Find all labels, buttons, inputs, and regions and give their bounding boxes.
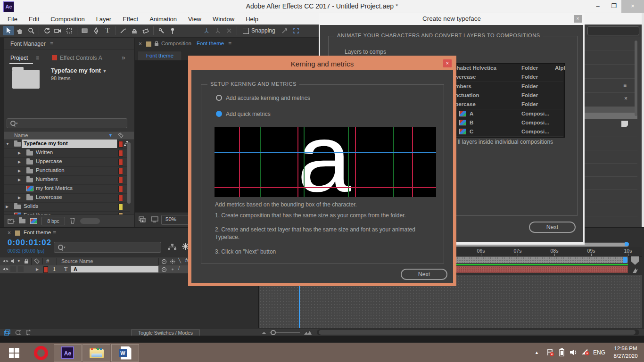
label-color-chip[interactable] bbox=[118, 204, 123, 210]
tab-project[interactable]: Project bbox=[10, 55, 28, 61]
snap-angle-icon[interactable] bbox=[279, 26, 290, 35]
video-column-eye-icon[interactable] bbox=[2, 259, 9, 263]
timeline-zoom-slider-knob[interactable] bbox=[271, 330, 276, 335]
column-number[interactable]: # bbox=[46, 258, 49, 264]
eraser-tool-icon[interactable] bbox=[140, 26, 151, 35]
solo-column-icon[interactable]: ● bbox=[17, 258, 20, 263]
rotate-tool-icon[interactable] bbox=[41, 26, 52, 35]
start-button[interactable] bbox=[0, 343, 28, 362]
expand-inout-icon[interactable] bbox=[15, 329, 22, 336]
interpret-footage-icon[interactable] bbox=[8, 218, 15, 224]
menu-animation[interactable]: Animation bbox=[149, 16, 177, 23]
always-preview-icon[interactable] bbox=[139, 216, 146, 222]
create-typeface-titlebar[interactable]: Create new typeface × bbox=[319, 13, 585, 25]
timeline-tab-name[interactable]: Font theme bbox=[24, 230, 51, 235]
caret-down-icon[interactable]: ▼ bbox=[6, 142, 9, 146]
layer-expand-caret-icon[interactable]: ▶ bbox=[36, 267, 39, 272]
label-color-chip[interactable] bbox=[118, 159, 123, 165]
note-icon[interactable] bbox=[621, 121, 628, 127]
caret-right-icon[interactable]: ▶ bbox=[18, 169, 21, 173]
radio-accurate-kerning-label[interactable]: Add accurate kerning and metrics bbox=[226, 95, 310, 101]
menu-file[interactable]: File bbox=[8, 16, 17, 23]
timeline-tab-menu-icon[interactable]: ≡ bbox=[53, 230, 56, 236]
radio-quick-metrics[interactable] bbox=[216, 111, 222, 117]
menu-layer[interactable]: Layer bbox=[96, 16, 112, 23]
snapping-checkbox[interactable] bbox=[243, 28, 249, 34]
timeline-tab-close-icon[interactable]: × bbox=[8, 230, 11, 236]
project-row-font-theme[interactable]: Font theme bbox=[4, 211, 130, 214]
timeline-hscroll-thumb[interactable] bbox=[319, 330, 636, 335]
kerning-dialog-close-button[interactable]: × bbox=[443, 59, 452, 67]
roto-brush-tool-icon[interactable] bbox=[156, 26, 167, 35]
composition-tab-name[interactable]: Font theme bbox=[197, 41, 224, 46]
clone-stamp-tool-icon[interactable] bbox=[129, 26, 140, 35]
project-scrollbar[interactable] bbox=[127, 142, 131, 204]
quality-column-icon[interactable]: ╲ bbox=[178, 258, 181, 263]
kerning-next-button[interactable]: Next bbox=[401, 269, 447, 280]
action-center-icon[interactable]: × bbox=[547, 348, 553, 356]
current-timecode[interactable]: 0:00:01:02 bbox=[8, 238, 51, 247]
menu-composition[interactable]: Composition bbox=[50, 16, 84, 23]
caret-right-icon[interactable]: ▶ bbox=[18, 196, 21, 200]
maximize-button[interactable]: ❐ bbox=[606, 0, 621, 13]
clock-time[interactable]: 12:56 PM bbox=[610, 346, 641, 351]
battery-icon[interactable] bbox=[559, 348, 564, 356]
project-search-input[interactable]: ▾ bbox=[7, 118, 127, 128]
volume-icon[interactable] bbox=[570, 349, 578, 356]
timeline-hscroll-track[interactable] bbox=[317, 329, 639, 335]
label-color-chip[interactable] bbox=[118, 168, 123, 174]
zoom-in-mountains-icon[interactable] bbox=[304, 330, 312, 335]
tab-effect-controls[interactable]: Effect Controls A bbox=[60, 55, 102, 61]
panel-scrollbar[interactable] bbox=[635, 41, 637, 116]
comp-marker-bin-icon[interactable] bbox=[631, 256, 639, 265]
zoom-tool-icon[interactable] bbox=[25, 26, 37, 35]
audio-column-speaker-icon[interactable] bbox=[10, 259, 16, 263]
footer-scrollbar[interactable] bbox=[80, 218, 100, 224]
create-typeface-next-button[interactable]: Next bbox=[529, 222, 576, 233]
network-icon[interactable]: × bbox=[581, 349, 589, 355]
delete-icon[interactable] bbox=[70, 217, 75, 224]
shy-column-icon[interactable] bbox=[161, 259, 167, 264]
pan-behind-tool-icon[interactable] bbox=[64, 26, 75, 35]
layer-label-chip[interactable] bbox=[43, 266, 48, 273]
transfer-controls-icon[interactable] bbox=[25, 329, 32, 336]
layer-eye-icon[interactable] bbox=[2, 267, 9, 272]
shape-tool-icon[interactable] bbox=[79, 26, 91, 35]
caret-right-icon[interactable]: ▶ bbox=[18, 160, 21, 164]
zoom-out-mountain-icon[interactable] bbox=[261, 331, 267, 335]
label-column-icon[interactable] bbox=[34, 258, 40, 264]
label-color-chip[interactable] bbox=[118, 195, 123, 201]
project-row-punctuation[interactable]: ▶Punctuation bbox=[4, 166, 130, 176]
snap-bounds-icon[interactable] bbox=[290, 26, 302, 35]
project-row-lowercase[interactable]: ▶Lowercase bbox=[4, 193, 130, 203]
composition-tab-label[interactable]: Composition bbox=[161, 41, 191, 46]
label-color-chip[interactable] bbox=[118, 177, 123, 183]
kerning-dialog-titlebar[interactable]: Kerning and metrics × bbox=[191, 59, 453, 70]
quality-toggle-icon[interactable] bbox=[632, 267, 639, 274]
layer-shy-icon[interactable] bbox=[161, 267, 167, 272]
label-color-chip[interactable] bbox=[118, 150, 123, 156]
close-button[interactable]: × bbox=[621, 0, 644, 13]
clock-date[interactable]: 8/27/2020 bbox=[610, 353, 641, 359]
caret-right-icon[interactable]: ▶ bbox=[18, 178, 21, 182]
project-columns-header[interactable]: Name ▼ bbox=[4, 131, 134, 140]
bit-depth-button[interactable]: 8 bpc bbox=[41, 217, 65, 225]
puppet-pin-tool-icon[interactable] bbox=[167, 26, 178, 35]
menu-help[interactable]: Help bbox=[246, 16, 258, 23]
project-row-written[interactable]: ▶Written bbox=[4, 148, 130, 158]
pen-tool-icon[interactable] bbox=[91, 26, 102, 35]
type-tool-icon[interactable]: T bbox=[102, 26, 113, 35]
selection-tool-icon[interactable] bbox=[3, 26, 14, 35]
language-indicator[interactable]: ENG bbox=[593, 349, 605, 356]
monitor-icon[interactable] bbox=[151, 216, 158, 222]
timeline-search-input[interactable]: ▾ bbox=[54, 242, 161, 253]
radio-quick-metrics-label[interactable]: Add quick metrics bbox=[226, 111, 271, 117]
expand-layers-icon[interactable] bbox=[4, 329, 11, 336]
project-row-solids[interactable]: ▶Solids bbox=[4, 202, 130, 212]
label-color-chip[interactable] bbox=[118, 141, 123, 148]
column-source-name[interactable]: Source Name bbox=[61, 258, 93, 264]
font-manager-menu-icon[interactable]: ≡ bbox=[50, 41, 53, 47]
lock-column-icon[interactable] bbox=[24, 258, 29, 264]
panel-close-icon[interactable]: × bbox=[624, 95, 627, 102]
composition-tab-menu-icon[interactable]: ≡ bbox=[228, 41, 231, 47]
